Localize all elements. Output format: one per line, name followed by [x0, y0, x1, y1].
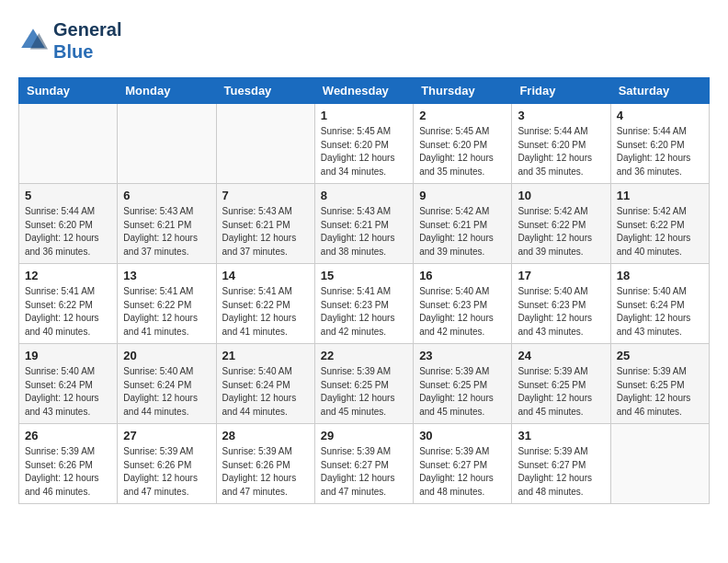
- day-number: 23: [419, 349, 506, 362]
- calendar-week-row: 5Sunrise: 5:44 AMSunset: 6:20 PMDaylight…: [19, 184, 710, 264]
- calendar-cell: 4Sunrise: 5:44 AMSunset: 6:20 PMDaylight…: [610, 104, 709, 184]
- day-number: 25: [617, 349, 703, 362]
- weekday-header: Wednesday: [314, 78, 413, 104]
- day-info: Sunrise: 5:39 AMSunset: 6:25 PMDaylight:…: [419, 365, 506, 419]
- calendar-cell: [610, 424, 709, 504]
- day-info: Sunrise: 5:44 AMSunset: 6:20 PMDaylight:…: [617, 125, 703, 178]
- calendar-cell: 31Sunrise: 5:39 AMSunset: 6:27 PMDayligh…: [512, 424, 610, 504]
- day-number: 15: [321, 269, 407, 282]
- day-number: 26: [25, 429, 111, 442]
- day-number: 1: [321, 109, 407, 122]
- day-number: 30: [419, 429, 506, 442]
- calendar-cell: 14Sunrise: 5:41 AMSunset: 6:22 PMDayligh…: [216, 264, 314, 344]
- day-number: 13: [123, 269, 210, 282]
- calendar-cell: 3Sunrise: 5:44 AMSunset: 6:20 PMDaylight…: [512, 104, 610, 184]
- logo-icon: [18, 26, 48, 55]
- day-number: 31: [518, 429, 604, 442]
- calendar-header-row: SundayMondayTuesdayWednesdayThursdayFrid…: [19, 78, 710, 104]
- weekday-header: Sunday: [19, 78, 118, 104]
- day-info: Sunrise: 5:40 AMSunset: 6:23 PMDaylight:…: [518, 285, 604, 339]
- day-info: Sunrise: 5:39 AMSunset: 6:25 PMDaylight:…: [321, 365, 407, 419]
- calendar-cell: 17Sunrise: 5:40 AMSunset: 6:23 PMDayligh…: [512, 264, 610, 344]
- day-number: 12: [25, 269, 111, 282]
- calendar-cell: 22Sunrise: 5:39 AMSunset: 6:25 PMDayligh…: [314, 344, 413, 424]
- day-info: Sunrise: 5:45 AMSunset: 6:20 PMDaylight:…: [419, 125, 506, 178]
- day-number: 16: [419, 269, 506, 282]
- day-number: 19: [25, 349, 111, 362]
- weekday-header: Friday: [512, 78, 610, 104]
- day-info: Sunrise: 5:41 AMSunset: 6:23 PMDaylight:…: [321, 285, 407, 339]
- calendar-week-row: 19Sunrise: 5:40 AMSunset: 6:24 PMDayligh…: [19, 344, 710, 424]
- logo: General Blue: [18, 18, 121, 63]
- calendar-cell: 8Sunrise: 5:43 AMSunset: 6:21 PMDaylight…: [314, 184, 413, 264]
- page-header: General Blue: [18, 18, 710, 63]
- day-number: 6: [123, 189, 210, 202]
- day-info: Sunrise: 5:42 AMSunset: 6:22 PMDaylight:…: [518, 205, 604, 259]
- day-info: Sunrise: 5:44 AMSunset: 6:20 PMDaylight:…: [518, 125, 604, 178]
- calendar-cell: 28Sunrise: 5:39 AMSunset: 6:26 PMDayligh…: [216, 424, 314, 504]
- calendar-week-row: 12Sunrise: 5:41 AMSunset: 6:22 PMDayligh…: [19, 264, 710, 344]
- calendar-cell: 27Sunrise: 5:39 AMSunset: 6:26 PMDayligh…: [118, 424, 216, 504]
- calendar-week-row: 1Sunrise: 5:45 AMSunset: 6:20 PMDaylight…: [19, 104, 710, 184]
- day-info: Sunrise: 5:44 AMSunset: 6:20 PMDaylight:…: [25, 205, 111, 259]
- calendar-cell: [19, 104, 118, 184]
- day-info: Sunrise: 5:41 AMSunset: 6:22 PMDaylight:…: [123, 285, 210, 339]
- day-info: Sunrise: 5:41 AMSunset: 6:22 PMDaylight:…: [25, 285, 111, 339]
- calendar-cell: 20Sunrise: 5:40 AMSunset: 6:24 PMDayligh…: [118, 344, 216, 424]
- day-info: Sunrise: 5:39 AMSunset: 6:27 PMDaylight:…: [419, 445, 506, 499]
- day-info: Sunrise: 5:39 AMSunset: 6:26 PMDaylight:…: [25, 445, 111, 499]
- calendar-cell: 24Sunrise: 5:39 AMSunset: 6:25 PMDayligh…: [512, 344, 610, 424]
- day-number: 8: [321, 189, 407, 202]
- weekday-header: Saturday: [610, 78, 709, 104]
- day-number: 5: [25, 189, 111, 202]
- calendar-cell: 5Sunrise: 5:44 AMSunset: 6:20 PMDaylight…: [19, 184, 118, 264]
- calendar-cell: 12Sunrise: 5:41 AMSunset: 6:22 PMDayligh…: [19, 264, 118, 344]
- calendar-cell: 2Sunrise: 5:45 AMSunset: 6:20 PMDaylight…: [414, 104, 512, 184]
- day-info: Sunrise: 5:45 AMSunset: 6:20 PMDaylight:…: [321, 125, 407, 178]
- calendar-cell: 25Sunrise: 5:39 AMSunset: 6:25 PMDayligh…: [610, 344, 709, 424]
- day-number: 21: [222, 349, 309, 362]
- calendar-cell: 26Sunrise: 5:39 AMSunset: 6:26 PMDayligh…: [19, 424, 118, 504]
- day-info: Sunrise: 5:40 AMSunset: 6:24 PMDaylight:…: [25, 365, 111, 419]
- calendar-cell: [118, 104, 216, 184]
- day-info: Sunrise: 5:43 AMSunset: 6:21 PMDaylight:…: [123, 205, 210, 259]
- calendar-cell: 6Sunrise: 5:43 AMSunset: 6:21 PMDaylight…: [118, 184, 216, 264]
- day-number: 4: [617, 109, 703, 122]
- calendar-cell: 21Sunrise: 5:40 AMSunset: 6:24 PMDayligh…: [216, 344, 314, 424]
- day-info: Sunrise: 5:39 AMSunset: 6:27 PMDaylight:…: [321, 445, 407, 499]
- day-info: Sunrise: 5:40 AMSunset: 6:24 PMDaylight:…: [617, 285, 703, 339]
- day-info: Sunrise: 5:39 AMSunset: 6:26 PMDaylight:…: [123, 445, 210, 499]
- day-number: 11: [617, 189, 703, 202]
- day-info: Sunrise: 5:39 AMSunset: 6:26 PMDaylight:…: [222, 445, 309, 499]
- day-number: 18: [617, 269, 703, 282]
- day-number: 7: [222, 189, 309, 202]
- calendar-cell: 7Sunrise: 5:43 AMSunset: 6:21 PMDaylight…: [216, 184, 314, 264]
- calendar: SundayMondayTuesdayWednesdayThursdayFrid…: [18, 77, 710, 504]
- day-info: Sunrise: 5:41 AMSunset: 6:22 PMDaylight:…: [222, 285, 309, 339]
- day-info: Sunrise: 5:40 AMSunset: 6:24 PMDaylight:…: [222, 365, 309, 419]
- day-number: 22: [321, 349, 407, 362]
- day-number: 3: [518, 109, 604, 122]
- day-number: 9: [419, 189, 506, 202]
- day-info: Sunrise: 5:40 AMSunset: 6:24 PMDaylight:…: [123, 365, 210, 419]
- calendar-cell: [216, 104, 314, 184]
- day-number: 24: [518, 349, 604, 362]
- day-number: 17: [518, 269, 604, 282]
- day-number: 27: [123, 429, 210, 442]
- day-info: Sunrise: 5:43 AMSunset: 6:21 PMDaylight:…: [222, 205, 309, 259]
- day-info: Sunrise: 5:40 AMSunset: 6:23 PMDaylight:…: [419, 285, 506, 339]
- calendar-cell: 29Sunrise: 5:39 AMSunset: 6:27 PMDayligh…: [314, 424, 413, 504]
- day-info: Sunrise: 5:39 AMSunset: 6:25 PMDaylight:…: [617, 365, 703, 419]
- weekday-header: Monday: [118, 78, 216, 104]
- calendar-cell: 18Sunrise: 5:40 AMSunset: 6:24 PMDayligh…: [610, 264, 709, 344]
- day-info: Sunrise: 5:39 AMSunset: 6:27 PMDaylight:…: [518, 445, 604, 499]
- calendar-cell: 10Sunrise: 5:42 AMSunset: 6:22 PMDayligh…: [512, 184, 610, 264]
- day-info: Sunrise: 5:43 AMSunset: 6:21 PMDaylight:…: [321, 205, 407, 259]
- calendar-cell: 30Sunrise: 5:39 AMSunset: 6:27 PMDayligh…: [414, 424, 512, 504]
- calendar-cell: 13Sunrise: 5:41 AMSunset: 6:22 PMDayligh…: [118, 264, 216, 344]
- day-number: 14: [222, 269, 309, 282]
- calendar-cell: 19Sunrise: 5:40 AMSunset: 6:24 PMDayligh…: [19, 344, 118, 424]
- logo-text: General Blue: [53, 18, 121, 63]
- day-info: Sunrise: 5:42 AMSunset: 6:22 PMDaylight:…: [617, 205, 703, 259]
- calendar-cell: 23Sunrise: 5:39 AMSunset: 6:25 PMDayligh…: [414, 344, 512, 424]
